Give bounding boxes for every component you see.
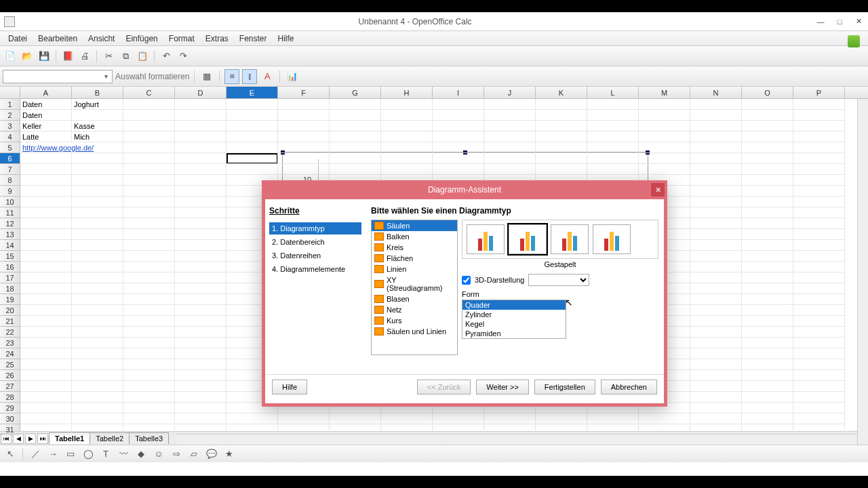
row-header-23[interactable]: 23 <box>0 338 20 348</box>
col-header-N[interactable]: N <box>690 87 742 98</box>
help-button[interactable]: Hilfe <box>272 380 307 394</box>
format-selection-button[interactable]: Auswahl formatieren <box>115 72 189 81</box>
text-scale-icon[interactable]: A <box>260 69 275 84</box>
finish-button[interactable]: Fertigstellen <box>534 380 595 394</box>
line-tool[interactable]: ／ <box>28 447 43 462</box>
arrow-tool[interactable]: → <box>45 447 60 462</box>
vertical-scrollbar[interactable] <box>857 99 868 445</box>
grid-vertical-icon[interactable]: ⫿ <box>242 69 257 84</box>
dialog-close-button[interactable]: ✕ <box>651 183 665 197</box>
row-header-28[interactable]: 28 <box>0 392 20 403</box>
row-header-1[interactable]: 1 <box>0 99 20 110</box>
col-header-P[interactable]: P <box>793 87 845 98</box>
row-header-30[interactable]: 30 <box>0 413 20 424</box>
menu-datei[interactable]: Datei <box>3 33 33 45</box>
export-pdf-button[interactable]: 📕 <box>60 49 75 64</box>
chart-type-8[interactable]: Kurs <box>372 315 457 326</box>
ellipse-tool[interactable]: ◯ <box>81 447 96 462</box>
col-header-B[interactable]: B <box>72 87 123 98</box>
open-button[interactable]: 📂 <box>20 49 35 64</box>
col-header-D[interactable]: D <box>175 87 226 98</box>
shape-option-2[interactable]: Kegel <box>462 319 566 329</box>
row-header-2[interactable]: 2 <box>0 110 20 121</box>
curve-tool[interactable]: 〰 <box>116 447 131 462</box>
row-header-5[interactable]: 5 <box>0 142 20 153</box>
col-header-E[interactable]: E <box>226 87 278 98</box>
row-header-3[interactable]: 3 <box>0 121 20 131</box>
basic-shapes-tool[interactable]: ◆ <box>134 447 149 462</box>
next-button[interactable]: Weiter >> <box>476 380 529 394</box>
row-header-29[interactable]: 29 <box>0 403 20 413</box>
rect-tool[interactable]: ▭ <box>63 447 78 462</box>
save-button[interactable]: 💾 <box>37 49 52 64</box>
shape-option-3[interactable]: Pyramiden <box>462 329 566 338</box>
wizard-step-3[interactable]: 3. Datenreihen <box>269 249 361 262</box>
wizard-step-1[interactable]: 1. Diagrammtyp <box>269 222 361 235</box>
chart-type-1[interactable]: Balken <box>372 231 457 242</box>
chart-type-4[interactable]: Linien <box>372 264 457 274</box>
chart-type-5[interactable]: XY (Streudiagramm) <box>372 274 457 293</box>
callout-tool[interactable]: 💬 <box>204 447 219 462</box>
row-header-14[interactable]: 14 <box>0 240 20 251</box>
grid-horizontal-icon[interactable]: ≡ <box>224 69 239 84</box>
menu-bearbeiten[interactable]: Bearbeiten <box>33 33 83 45</box>
col-header-I[interactable]: I <box>433 87 484 98</box>
paste-button[interactable]: 📋 <box>135 49 150 64</box>
subtype-thumb-0[interactable] <box>467 224 505 254</box>
block-arrows-tool[interactable]: ⇨ <box>169 447 184 462</box>
copy-button[interactable]: ⧉ <box>118 49 133 64</box>
chart-type-3[interactable]: Flächen <box>372 253 457 264</box>
row-header-8[interactable]: 8 <box>0 175 20 186</box>
pointer-tool[interactable]: ↖ <box>3 447 18 462</box>
new-doc-button[interactable]: 📄 <box>3 49 18 64</box>
cell-A2[interactable]: Daten <box>20 110 72 121</box>
col-header-A[interactable]: A <box>20 87 72 98</box>
shape-option-1[interactable]: Zylinder <box>462 310 566 319</box>
cell-B4[interactable]: Mich <box>72 131 123 142</box>
col-header-O[interactable]: O <box>742 87 793 98</box>
menu-einfügen[interactable]: Einfügen <box>120 33 163 45</box>
subtype-thumb-1[interactable] <box>509 224 547 254</box>
col-header-J[interactable]: J <box>484 87 536 98</box>
symbol-shapes-tool[interactable]: ☺ <box>151 447 166 462</box>
row-header-18[interactable]: 18 <box>0 283 20 294</box>
3d-label[interactable]: 3D-Darstellung <box>475 276 524 284</box>
chart-type-list[interactable]: SäulenBalkenKreisFlächenLinienXY (Streud… <box>371 220 458 355</box>
minimize-button[interactable]: — <box>811 15 830 28</box>
cell-A4[interactable]: Latte <box>20 131 72 142</box>
cancel-button[interactable]: Abbrechen <box>601 380 657 394</box>
col-header-C[interactable]: C <box>123 87 175 98</box>
row-header-27[interactable]: 27 <box>0 381 20 392</box>
row-header-13[interactable]: 13 <box>0 229 20 240</box>
3d-scheme-select[interactable] <box>528 274 589 286</box>
cell-A1[interactable]: Daten <box>20 99 72 110</box>
col-header-L[interactable]: L <box>587 87 639 98</box>
menu-hilfe[interactable]: Hilfe <box>273 33 300 45</box>
row-header-22[interactable]: 22 <box>0 327 20 338</box>
row-header-6[interactable]: 6 <box>0 153 20 164</box>
row-header-15[interactable]: 15 <box>0 251 20 262</box>
cell-B1[interactable]: Joghurt <box>72 99 123 110</box>
chart-type-icon[interactable]: 📊 <box>285 69 300 84</box>
wizard-step-4[interactable]: 4. Diagrammelemente <box>269 263 361 275</box>
close-button[interactable]: ✕ <box>849 15 868 28</box>
menu-format[interactable]: Format <box>163 33 200 45</box>
row-header-19[interactable]: 19 <box>0 294 20 305</box>
print-button[interactable]: 🖨 <box>77 49 92 64</box>
shape-list[interactable]: QuaderZylinderKegelPyramiden <box>462 300 566 339</box>
cut-button[interactable]: ✂ <box>101 49 116 64</box>
3d-checkbox[interactable] <box>462 276 471 285</box>
col-header-H[interactable]: H <box>381 87 433 98</box>
row-header-24[interactable]: 24 <box>0 348 20 359</box>
shape-option-0[interactable]: Quader <box>462 300 566 310</box>
row-header-17[interactable]: 17 <box>0 272 20 283</box>
style-combo[interactable]: ▾ <box>3 70 113 83</box>
cell-A5[interactable]: http://www.google.de/ <box>20 142 123 153</box>
star-tool[interactable]: ★ <box>222 447 237 462</box>
undo-button[interactable]: ↶ <box>159 49 174 64</box>
chart-type-6[interactable]: Blasen <box>372 293 457 304</box>
row-header-10[interactable]: 10 <box>0 197 20 207</box>
back-button[interactable]: << Zurück <box>417 380 471 394</box>
col-header-M[interactable]: M <box>639 87 690 98</box>
row-header-31[interactable]: 31 <box>0 424 20 435</box>
